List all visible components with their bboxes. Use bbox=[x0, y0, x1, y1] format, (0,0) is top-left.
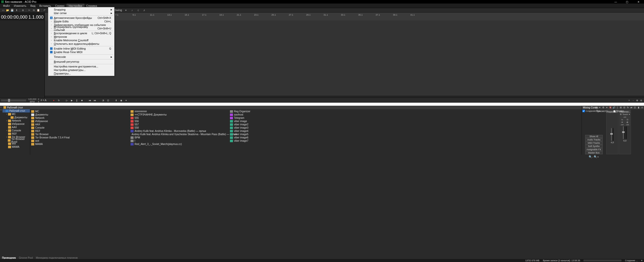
mixer-zoom-out[interactable]: 🔍- bbox=[589, 155, 593, 159]
time-ruler[interactable]: 7.19.111.113.115.117.119.121.123.125.127… bbox=[45, 13, 644, 20]
paste-button[interactable]: 📋 bbox=[36, 8, 40, 12]
close-button[interactable]: ✕ bbox=[633, 0, 644, 4]
master-automation-icon[interactable]: ⚙ bbox=[620, 113, 622, 116]
tree-item[interactable]: +Network bbox=[3, 119, 30, 122]
master-channel[interactable]: Переназ... ⚙Touch▾ -Inf. fx⊡ ⬌◐ -Inf.-In… bbox=[619, 110, 631, 154]
file-item[interactable]: REF bbox=[30, 129, 130, 133]
file-item[interactable]: МАМА bbox=[30, 142, 130, 146]
close-panel-icon[interactable]: ✕ bbox=[0, 106, 2, 108]
master-touch[interactable]: Touch bbox=[623, 113, 628, 116]
master-checkbox[interactable] bbox=[613, 110, 616, 113]
preview-fader[interactable] bbox=[611, 128, 612, 141]
goto-end-button[interactable]: ⏭ bbox=[93, 99, 97, 102]
menu-item[interactable]: ▫Отключить все аудиоспецэффекты bbox=[48, 42, 114, 46]
midi-btn3[interactable]: ♬ bbox=[142, 8, 146, 12]
menu-item[interactable]: Timecode▶ bbox=[48, 55, 114, 59]
tree-item[interactable]: Документы bbox=[3, 116, 30, 119]
file-item[interactable]: viber image bbox=[229, 120, 328, 123]
mixer-opt3-icon[interactable]: ▾ bbox=[605, 106, 608, 109]
bpm-value[interactable]: 120,000 bbox=[28, 98, 36, 100]
tree-item[interactable]: REF bbox=[3, 132, 30, 135]
minimize-button[interactable]: — bbox=[610, 0, 621, 4]
arrange-view[interactable] bbox=[45, 20, 644, 98]
file-item[interactable]: Tor Browser Bundle 7.5.4 Final bbox=[30, 136, 130, 139]
file-item[interactable]: 558 bbox=[130, 126, 229, 129]
file-item[interactable]: Reg Organizer bbox=[229, 110, 328, 113]
arm-button[interactable]: ⬇ bbox=[114, 99, 118, 102]
menu-файл[interactable]: Файл bbox=[1, 4, 12, 8]
mixer-send-icon[interactable]: ⇄ bbox=[630, 106, 633, 109]
mixer-filter-button[interactable]: Assignable FX bbox=[585, 148, 603, 151]
file-item[interactable]: viber image4 bbox=[229, 129, 328, 133]
menu-item[interactable]: ▫Ripple EditsCtrl+L bbox=[48, 20, 114, 23]
file-item[interactable]: MC bbox=[30, 110, 130, 113]
file-item[interactable]: wot bbox=[30, 139, 130, 142]
timesig-num[interactable]: 4 bbox=[38, 98, 39, 100]
loop-button[interactable]: ↻ bbox=[57, 99, 61, 102]
mixer-meter-icon[interactable]: ▮ bbox=[637, 106, 640, 109]
tree-item[interactable]: +Console bbox=[3, 129, 30, 132]
mixer-fx1-icon[interactable]: ⊞ bbox=[619, 106, 622, 109]
file-item[interactable]: Andrey Kulik feat. Andrius Klimka and Vy… bbox=[130, 133, 229, 136]
menu-item[interactable]: ▫Воспроизведение в циклеL; Ctrl+Shift+L;… bbox=[48, 31, 114, 35]
tree-item[interactable]: +MC bbox=[3, 113, 30, 116]
mixer-solo-icon[interactable]: 🔊 bbox=[612, 106, 615, 109]
countoff-button[interactable]: ⊡ bbox=[106, 99, 110, 102]
goto-start-button[interactable]: ⏮ bbox=[88, 99, 92, 102]
mixer-filter-button[interactable]: Master Bus bbox=[585, 151, 603, 154]
tree-item[interactable]: МАМА bbox=[3, 145, 30, 148]
timeline-scrollbar[interactable] bbox=[45, 96, 644, 98]
mixer-checkbox-input[interactable] bbox=[582, 110, 585, 112]
mixer-filter-button[interactable]: Audio Tracks bbox=[585, 138, 603, 141]
input-mon-button[interactable]: ◉ bbox=[119, 99, 123, 102]
status-dd-icon[interactable]: ▾ bbox=[641, 259, 642, 262]
tempo-slider[interactable] bbox=[1, 99, 26, 101]
pause-button[interactable]: ‖ bbox=[75, 99, 79, 102]
bottom-tab[interactable]: Groove Pool bbox=[19, 256, 33, 259]
mixer-fader-icon[interactable]: ⎚ bbox=[640, 106, 643, 109]
mixer-mute-icon[interactable]: 🔇 bbox=[609, 106, 612, 109]
mixer-io-icon[interactable]: ⊡ bbox=[633, 106, 636, 109]
publish-button[interactable]: ⊕ bbox=[21, 8, 25, 12]
maximize-button[interactable]: ▢ bbox=[621, 0, 633, 4]
file-item[interactable]: Избранное bbox=[30, 120, 130, 123]
master-fx-row[interactable]: fx⊡ bbox=[620, 119, 630, 121]
file-item[interactable]: Red_Alert_3_-_Soviet_March(playmus.cc) bbox=[130, 142, 229, 146]
master-fader[interactable] bbox=[623, 126, 624, 139]
timesig-den[interactable]: 4 bbox=[38, 100, 39, 103]
file-item[interactable]: AAX bbox=[30, 123, 130, 126]
explorer-tree[interactable]: -Рабочий стол+MCДокументы+NetworkИзбранн… bbox=[3, 109, 30, 155]
file-item[interactable]: ппппппппп bbox=[130, 110, 229, 113]
mixer-filter-button[interactable]: Soft Synths bbox=[585, 145, 603, 148]
menu-item[interactable]: Enable Real-Time MIDI bbox=[48, 50, 114, 54]
stop-button[interactable]: ■ bbox=[80, 99, 84, 102]
menu-item[interactable]: ▫Метроном bbox=[48, 35, 114, 39]
tree-item[interactable]: Tor Browser Bund bbox=[3, 139, 30, 142]
zoom-out-h[interactable]: - bbox=[631, 99, 635, 102]
file-item[interactable]: savihost bbox=[229, 113, 328, 116]
master-send-row[interactable]: ⬌◐ bbox=[620, 121, 630, 123]
menu-item[interactable]: ▫Enable Metronome Countoff bbox=[48, 39, 114, 42]
file-item[interactable]: Andrey Kulik feat. Andrius Klimka - Muro… bbox=[130, 129, 229, 133]
midi-btn2[interactable]: ♫ bbox=[136, 8, 140, 12]
tree-item[interactable]: -Рабочий стол bbox=[3, 109, 30, 113]
mixer-fx3-icon[interactable]: fx bbox=[626, 106, 629, 109]
menu-item[interactable]: Enable Inline MIDI EditingG bbox=[48, 47, 114, 50]
file-item[interactable]: Tor Browser bbox=[30, 133, 130, 136]
tree-item[interactable]: Избранное bbox=[3, 122, 30, 126]
file-item[interactable]: viber image5 bbox=[229, 133, 328, 136]
zoom-in-h[interactable]: + bbox=[627, 99, 631, 102]
cut-button[interactable]: ✂ bbox=[27, 8, 31, 12]
undock-panel-icon[interactable]: ▢ bbox=[0, 109, 2, 111]
menu-вид[interactable]: Вид bbox=[28, 4, 37, 8]
mixer-filter-button[interactable]: MIDI Tracks bbox=[585, 141, 603, 144]
mixer-fx2-icon[interactable]: ⊟ bbox=[623, 106, 626, 109]
file-item[interactable]: viber image6 bbox=[229, 136, 328, 139]
play-start-button[interactable]: ▷ bbox=[65, 99, 69, 102]
menu-item[interactable]: Snapping▶ bbox=[48, 8, 114, 11]
file-item[interactable]: viber image7 bbox=[229, 139, 328, 142]
bottom-tab[interactable]: Менеджер подключаемых плагинов bbox=[36, 256, 78, 259]
midi-btn1[interactable]: ♪ bbox=[130, 8, 134, 12]
file-item[interactable]: 557 bbox=[130, 123, 229, 126]
save-button[interactable]: 💾 bbox=[10, 8, 14, 12]
